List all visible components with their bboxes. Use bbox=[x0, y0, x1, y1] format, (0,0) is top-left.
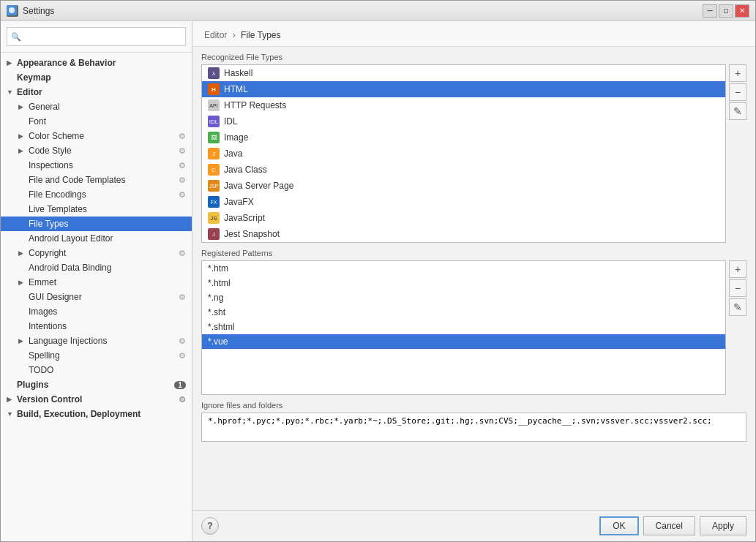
file-type-icon-jest: J bbox=[208, 228, 220, 240]
sidebar-item-gui-designer[interactable]: GUI Designer⚙ bbox=[1, 290, 192, 304]
pattern-item-1[interactable]: *.html bbox=[202, 276, 725, 290]
remove-pattern-button[interactable]: − bbox=[729, 279, 746, 297]
sidebar-label-spelling: Spelling bbox=[29, 350, 60, 361]
main-content: Editor › File Types Recognized File Type… bbox=[192, 21, 755, 541]
gear-icon-file-code-templates: ⚙ bbox=[179, 176, 186, 185]
edit-pattern-button[interactable]: ✎ bbox=[729, 298, 746, 316]
gear-icon-version-control: ⚙ bbox=[179, 395, 186, 404]
sidebar: 🔍 ▶Appearance & BehaviorKeymap▼Editor▶Ge… bbox=[1, 21, 192, 541]
pattern-item-2[interactable]: *.ng bbox=[202, 290, 725, 305]
file-type-item-html[interactable]: HHTML bbox=[202, 81, 725, 97]
registered-patterns-panel: Registered Patterns *.htm*.html*.ng*.sht… bbox=[201, 249, 746, 395]
ignore-files-input[interactable] bbox=[201, 413, 746, 442]
sidebar-label-inspections: Inspections bbox=[29, 160, 73, 170]
edit-file-type-button[interactable]: ✎ bbox=[729, 102, 746, 120]
sidebar-item-todo[interactable]: TODO bbox=[1, 363, 192, 377]
file-type-item-http[interactable]: APIHTTP Requests bbox=[202, 97, 725, 113]
apply-button[interactable]: Apply bbox=[700, 516, 746, 535]
sidebar-item-copyright[interactable]: ▶Copyright⚙ bbox=[1, 246, 192, 260]
file-type-icon-jsp: JSP bbox=[208, 180, 220, 192]
sidebar-item-android-data[interactable]: Android Data Binding bbox=[1, 260, 192, 275]
file-type-icon-javascript: JS bbox=[208, 212, 220, 224]
close-button[interactable]: ✕ bbox=[735, 4, 749, 18]
sidebar-item-intentions[interactable]: Intentions bbox=[1, 319, 192, 334]
expand-arrow-editor: ▼ bbox=[7, 89, 14, 96]
sidebar-item-build-exec[interactable]: ▼Build, Execution, Deployment bbox=[1, 407, 192, 421]
file-type-name-jest: Jest Snapshot bbox=[224, 229, 280, 239]
window-controls: ─ □ ✕ bbox=[703, 4, 749, 18]
cancel-button[interactable]: Cancel bbox=[643, 516, 695, 535]
window-title: Settings bbox=[23, 6, 703, 16]
remove-file-type-button[interactable]: − bbox=[729, 83, 746, 101]
pattern-item-4[interactable]: *.shtml bbox=[202, 320, 725, 334]
sidebar-item-images[interactable]: Images bbox=[1, 304, 192, 319]
sidebar-label-file-code-templates: File and Code Templates bbox=[29, 175, 126, 185]
sidebar-item-general[interactable]: ▶General bbox=[1, 99, 192, 114]
sidebar-item-lang-injections[interactable]: ▶Language Injections⚙ bbox=[1, 334, 192, 348]
pattern-value-5: *.vue bbox=[208, 336, 228, 347]
file-type-item-haskell[interactable]: λHaskell bbox=[202, 65, 725, 81]
sidebar-label-keymap: Keymap bbox=[17, 72, 51, 83]
gear-icon-code-style: ⚙ bbox=[179, 146, 186, 156]
sidebar-item-code-style[interactable]: ▶Code Style⚙ bbox=[1, 143, 192, 158]
pattern-item-0[interactable]: *.htm bbox=[202, 261, 725, 276]
file-type-icon-javaclass: C bbox=[208, 164, 220, 176]
sidebar-item-file-code-templates[interactable]: File and Code Templates⚙ bbox=[1, 173, 192, 187]
sidebar-label-live-templates: Live Templates bbox=[29, 204, 87, 214]
gear-icon-spelling: ⚙ bbox=[179, 351, 186, 361]
file-type-item-javafx[interactable]: FXJavaFX bbox=[202, 194, 725, 210]
pattern-value-3: *.sht bbox=[208, 307, 225, 317]
sidebar-item-file-encodings[interactable]: File Encodings⚙ bbox=[1, 187, 192, 202]
file-type-icon-http: API bbox=[208, 99, 220, 111]
sidebar-item-version-control[interactable]: ▶Version Control⚙ bbox=[1, 392, 192, 407]
sidebar-item-spelling[interactable]: Spelling⚙ bbox=[1, 348, 192, 363]
pattern-item-3[interactable]: *.sht bbox=[202, 305, 725, 320]
expand-arrow-code-style: ▶ bbox=[18, 147, 26, 154]
sidebar-item-inspections[interactable]: Inspections⚙ bbox=[1, 158, 192, 173]
sidebar-item-keymap[interactable]: Keymap bbox=[1, 70, 192, 85]
file-type-item-idl[interactable]: IDLIDL bbox=[202, 113, 725, 129]
help-button[interactable]: ? bbox=[201, 517, 219, 535]
ok-button[interactable]: OK bbox=[599, 516, 638, 535]
file-type-item-java[interactable]: JJava bbox=[202, 146, 725, 162]
patterns-list[interactable]: *.htm*.html*.ng*.sht*.shtml*.vue bbox=[201, 260, 726, 395]
file-type-item-image[interactable]: 🖼Image bbox=[202, 129, 725, 146]
expand-arrow-copyright: ▶ bbox=[18, 249, 26, 257]
ignore-files-label: Ignore files and folders bbox=[201, 401, 746, 410]
sidebar-item-color-scheme[interactable]: ▶Color Scheme⚙ bbox=[1, 129, 192, 143]
search-input[interactable] bbox=[7, 27, 186, 46]
sidebar-item-live-templates[interactable]: Live Templates bbox=[1, 202, 192, 217]
pattern-item-5[interactable]: *.vue bbox=[202, 334, 725, 349]
sidebar-item-font[interactable]: Font bbox=[1, 114, 192, 129]
sidebar-label-images: Images bbox=[29, 306, 57, 317]
file-type-item-jest[interactable]: JJest Snapshot bbox=[202, 226, 725, 242]
sidebar-item-editor[interactable]: ▼Editor bbox=[1, 85, 192, 99]
file-type-item-javascript[interactable]: JSJavaScript bbox=[202, 210, 725, 226]
sidebar-item-emmet[interactable]: ▶Emmet bbox=[1, 275, 192, 290]
sidebar-label-android-layout: Android Layout Editor bbox=[29, 233, 113, 244]
recognized-file-types-panel: Recognized File Types λHaskellHHTMLAPIHT… bbox=[201, 53, 746, 243]
gear-icon-lang-injections: ⚙ bbox=[179, 336, 186, 346]
expand-arrow-lang-injections: ▶ bbox=[18, 337, 26, 345]
maximize-button[interactable]: □ bbox=[719, 4, 733, 18]
sidebar-item-plugins[interactable]: Plugins1 bbox=[1, 377, 192, 392]
sidebar-label-color-scheme: Color Scheme bbox=[29, 131, 84, 141]
file-type-item-jira[interactable]: ◇JIRA Query bbox=[202, 242, 725, 243]
patterns-list-area: *.htm*.html*.ng*.sht*.shtml*.vue + − ✎ bbox=[201, 260, 746, 395]
add-pattern-button[interactable]: + bbox=[729, 260, 746, 278]
sidebar-label-file-encodings: File Encodings bbox=[29, 189, 86, 200]
sidebar-label-version-control: Version Control bbox=[17, 394, 82, 404]
file-types-list[interactable]: λHaskellHHTMLAPIHTTP RequestsIDLIDL🖼Imag… bbox=[201, 64, 726, 243]
sidebar-item-file-types[interactable]: File Types bbox=[1, 217, 192, 231]
pattern-value-2: *.ng bbox=[208, 293, 223, 303]
minimize-button[interactable]: ─ bbox=[703, 4, 717, 18]
sidebar-label-general: General bbox=[29, 102, 60, 112]
file-type-item-javaclass[interactable]: CJava Class bbox=[202, 162, 725, 178]
add-file-type-button[interactable]: + bbox=[729, 64, 746, 82]
sidebar-item-appearance[interactable]: ▶Appearance & Behavior bbox=[1, 56, 192, 70]
file-type-item-jsp[interactable]: JSPJava Server Page bbox=[202, 178, 725, 194]
file-type-name-idl: IDL bbox=[224, 116, 238, 127]
file-type-name-java: Java bbox=[224, 148, 242, 159]
sidebar-item-android-layout[interactable]: Android Layout Editor bbox=[1, 231, 192, 246]
file-types-list-area: λHaskellHHTMLAPIHTTP RequestsIDLIDL🖼Imag… bbox=[201, 64, 746, 243]
